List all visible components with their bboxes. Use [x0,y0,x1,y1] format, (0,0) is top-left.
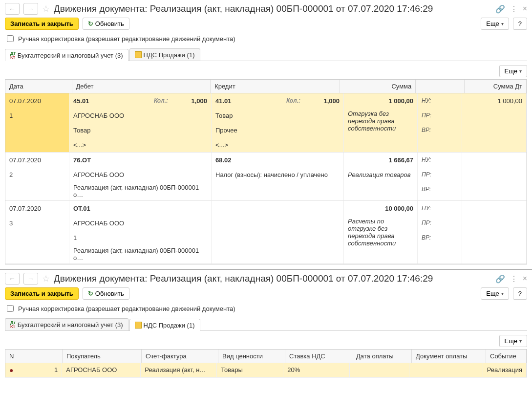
manual-edit-label: Ручная корректировка (разрешает редактир… [18,35,235,43]
more-button[interactable]: Еще [481,287,509,300]
dtkt-icon: ДтКт [10,51,16,59]
fwd-button[interactable]: → [23,3,38,15]
vdots-icon[interactable]: ⋮ [510,274,518,284]
marker-icon: ● [9,366,13,374]
close-icon[interactable]: × [523,274,527,283]
star-icon[interactable]: ☆ [42,273,50,284]
doc-icon [135,322,142,329]
tab-accounting[interactable]: ДтКтБухгалтерский и налоговый учет (3) [5,318,128,330]
table-row[interactable]: 07.07.2020 2 76.ОТ АГРОСНАБ ООО Реализац… [5,153,527,201]
link-icon[interactable]: 🔗 [495,274,505,284]
more-button[interactable]: Еще [481,18,509,30]
link-icon[interactable]: 🔗 [495,4,505,14]
table-row[interactable]: ●1 АГРОСНАБ ООО Реализация (акт, н… Това… [5,363,527,377]
help-button[interactable]: ? [513,287,527,300]
grid-header: N Покупатель Счет-фактура Вид ценности С… [5,350,527,363]
vat-grid: N Покупатель Счет-фактура Вид ценности С… [5,349,527,377]
tab-vat[interactable]: НДС Продажи (1) [129,48,200,61]
star-icon[interactable]: ☆ [42,3,50,14]
accounting-grid: Дата Дебет Кредит Сумма Сумма Дт 07.07.2… [5,79,527,264]
fwd-button[interactable]: → [23,273,38,285]
refresh-icon: ↻ [88,20,93,27]
back-button[interactable]: ← [5,3,20,15]
help-button[interactable]: ? [513,18,527,30]
grid-header: Дата Дебет Кредит Сумма Сумма Дт [5,80,527,93]
save-close-button[interactable]: Записать и закрыть [5,287,79,300]
refresh-icon: ↻ [88,290,93,297]
grid-more-button[interactable]: Еще [499,65,527,77]
table-row[interactable]: 07.07.2020 3 ОТ.01 АГРОСНАБ ООО 1 Реализ… [5,201,527,264]
refresh-button[interactable]: ↻Обновить [83,18,129,30]
refresh-button[interactable]: ↻Обновить [83,287,129,300]
tab-accounting[interactable]: ДтКтБухгалтерский и налоговый учет (3) [5,49,128,61]
doc-icon [135,51,142,58]
grid-more-button[interactable]: Еще [499,335,527,347]
vdots-icon[interactable]: ⋮ [510,4,518,14]
manual-edit-checkbox[interactable] [7,305,14,312]
save-close-button[interactable]: Записать и закрыть [5,18,79,30]
manual-edit-checkbox[interactable] [7,35,14,42]
dtkt-icon: ДтКт [10,321,16,329]
close-icon[interactable]: × [523,4,527,13]
manual-edit-label: Ручная корректировка (разрешает редактир… [18,305,235,312]
page-title: Движения документа: Реализация (акт, нак… [54,3,433,14]
back-button[interactable]: ← [5,273,20,285]
tab-vat[interactable]: НДС Продажи (1) [129,319,200,331]
table-row[interactable]: 07.07.2020 1 45.01Кол.:1,000 АГРОСНАБ ОО… [5,93,527,153]
page-title: Движения документа: Реализация (акт, нак… [54,273,433,284]
